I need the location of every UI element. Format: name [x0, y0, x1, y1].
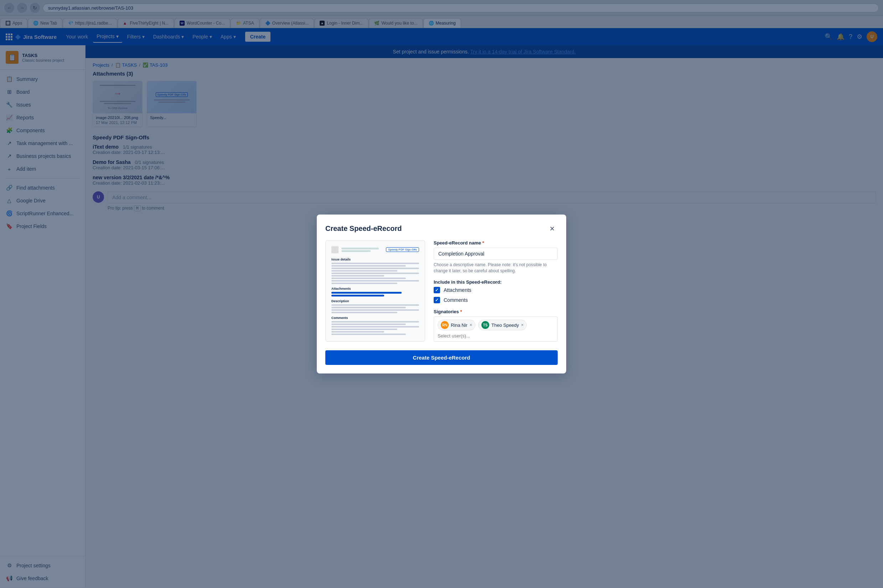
preview-content-line [331, 304, 419, 306]
preview-content-line [331, 275, 384, 276]
modal-form: Speed-eRecord name * Choose a descriptiv… [434, 240, 558, 342]
preview-content-line [331, 268, 419, 269]
preview-content-line [331, 262, 419, 264]
checkbox-attachments[interactable]: ✓ Attachments [434, 287, 558, 293]
rina-remove-button[interactable]: × [470, 322, 472, 327]
preview-content-line [331, 270, 397, 272]
preview-attach-bars [331, 292, 419, 297]
document-preview: Speedy PDF Sign-Offs Issue details Attac… [325, 240, 425, 342]
rina-name: Rina Nir [451, 322, 468, 328]
name-field-label: Speed-eRecord name * [434, 240, 558, 246]
preview-comments-label: Comments [331, 316, 419, 320]
modal-header: Create Speed-eRecord ✕ [317, 214, 566, 240]
name-input[interactable] [434, 248, 558, 260]
preview-content-line [331, 307, 406, 308]
modal-body: Speedy PDF Sign-Offs Issue details Attac… [317, 240, 566, 351]
preview-content-line [331, 280, 419, 282]
required-indicator: * [483, 240, 484, 246]
name-field-group: Speed-eRecord name * Choose a descriptiv… [434, 240, 558, 274]
preview-content-line [331, 273, 419, 274]
preview-line [341, 250, 370, 252]
preview-content-line [331, 283, 397, 284]
preview-attachments-label: Attachments [331, 287, 419, 290]
preview-title-lines [341, 248, 383, 252]
checkbox-label-attachments: Attachments [444, 287, 471, 293]
preview-content-line [331, 312, 397, 313]
preview-content-line [331, 321, 419, 322]
signatory-search-input[interactable] [438, 333, 554, 339]
signatories-field-group: Signatories * RN Rina Nir × TS Theo Spee… [434, 309, 558, 342]
preview-line [341, 248, 379, 249]
checkbox-box-attachments[interactable]: ✓ [434, 287, 440, 293]
checkbox-group: ✓ Attachments ✓ Comments [434, 287, 558, 303]
theo-name: Theo Speedy [492, 322, 519, 328]
create-speed-erecord-button[interactable]: Create Speed-eRecord [325, 350, 558, 365]
preview-content-line [331, 328, 397, 330]
preview-desc-label: Description [331, 299, 419, 303]
preview-content-line [331, 265, 406, 267]
preview-header: Speedy PDF Sign-Offs [331, 246, 419, 254]
name-hint: Choose a descriptive name. Please note: … [434, 262, 558, 274]
preview-section-issue: Issue details [331, 258, 419, 261]
preview-content-line [331, 309, 419, 311]
theo-remove-button[interactable]: × [521, 322, 523, 327]
signatory-rina-nir: RN Rina Nir × [438, 320, 475, 330]
rina-avatar: RN [441, 321, 449, 329]
preview-content-line [331, 278, 406, 279]
preview-logo [331, 246, 339, 254]
check-icon: ✓ [435, 288, 439, 292]
preview-badge: Speedy PDF Sign-Offs [386, 248, 419, 252]
close-icon: ✕ [549, 225, 555, 233]
preview-content-line [331, 333, 406, 335]
theo-avatar: TS [481, 321, 489, 329]
preview-comment-lines [331, 321, 419, 335]
signatories-label: Signatories * [434, 309, 558, 314]
checkbox-box-comments[interactable]: ✓ [434, 297, 440, 303]
preview-content-line [331, 324, 406, 325]
preview-issue-lines [331, 262, 419, 284]
preview-content-line [331, 331, 384, 333]
required-indicator: * [460, 309, 462, 314]
signatory-theo-speedy: TS Theo Speedy × [478, 320, 527, 330]
modal-close-button[interactable]: ✕ [546, 223, 558, 234]
checkbox-comments[interactable]: ✓ Comments [434, 297, 558, 303]
include-field-group: Include in this Speed-eRecord: ✓ Attachm… [434, 279, 558, 303]
modal-title: Create Speed-eRecord [325, 225, 402, 233]
check-icon: ✓ [435, 298, 439, 303]
create-speed-erecord-modal: Create Speed-eRecord ✕ Speedy PDF Sign-O… [317, 214, 566, 374]
preview-content-line [331, 326, 419, 327]
preview-attach-bar [331, 292, 402, 294]
signatories-box[interactable]: RN Rina Nir × TS Theo Speedy × [434, 316, 558, 342]
checkbox-label-comments: Comments [444, 297, 468, 303]
preview-desc-lines [331, 304, 419, 313]
preview-attach-bar [331, 295, 384, 297]
preview-badge-row: Speedy PDF Sign-Offs [386, 248, 419, 252]
modal-overlay[interactable]: Create Speed-eRecord ✕ Speedy PDF Sign-O… [0, 0, 883, 588]
include-label: Include in this Speed-eRecord: [434, 279, 558, 285]
modal-footer: Create Speed-eRecord [317, 350, 566, 374]
